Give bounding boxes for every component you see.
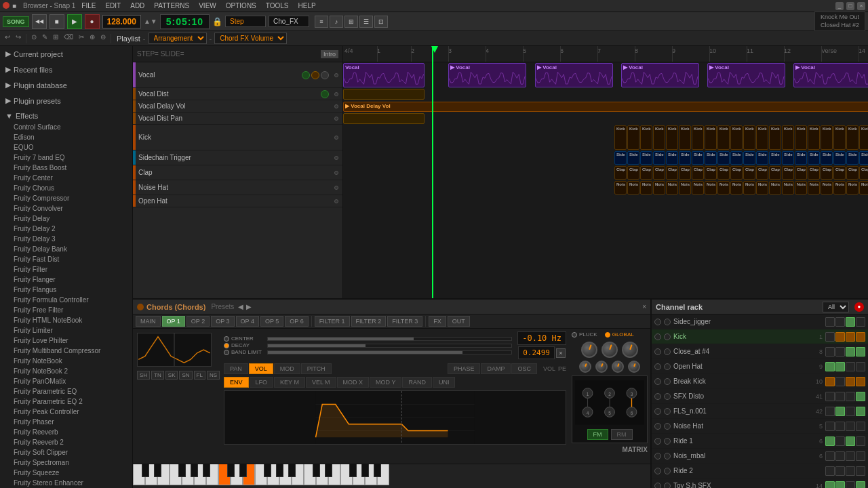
undo-button[interactable]: ↩: [3, 33, 12, 45]
arrangement-block[interactable]: Side: [692, 151, 704, 165]
channel-pad[interactable]: [846, 332, 855, 342]
synth-close-btn[interactable]: ×: [642, 303, 646, 310]
track-row-vocal-dist[interactable]: Vocal Dist: [133, 88, 342, 100]
track-row-vocal[interactable]: Vocal: [133, 62, 342, 88]
channel-pad[interactable]: [846, 407, 855, 416]
tab-fx[interactable]: FX: [429, 316, 446, 327]
menu-edit[interactable]: EDIT: [103, 1, 123, 10]
arrangement-block[interactable]: Clap: [859, 166, 868, 180]
channel-pad[interactable]: [835, 317, 845, 327]
menu-options[interactable]: OPTIONS: [224, 1, 258, 10]
channel-pad[interactable]: [856, 377, 865, 386]
knob2[interactable]: [601, 342, 618, 358]
arrangement-block[interactable]: Side: [846, 151, 859, 165]
channel-mute-btn[interactable]: [654, 393, 661, 400]
sidebar-item-fruity-html-notebook[interactable]: Fruity HTML NoteBook: [0, 315, 132, 325]
draw-btn[interactable]: ✎: [40, 33, 50, 45]
piano-black-key[interactable]: [276, 464, 283, 477]
pan-tab[interactable]: PAN: [224, 363, 248, 374]
track-dot-icon[interactable]: [334, 92, 338, 96]
channel-pad[interactable]: [846, 392, 855, 401]
channel-pad[interactable]: [825, 332, 835, 342]
sidebar-item-fruity-parametric-eq[interactable]: Fruity Parametric EQ: [0, 386, 132, 396]
channel-solo-btn[interactable]: [664, 483, 671, 489]
sidebar-item-fruity-7-band-eq[interactable]: Fruity 7 band EQ: [0, 152, 132, 163]
channel-pad[interactable]: [856, 451, 865, 461]
center-radio-btn[interactable]: [224, 336, 229, 342]
channel-pad[interactable]: [835, 451, 845, 461]
channel-solo-btn[interactable]: [664, 453, 671, 460]
vol-tab[interactable]: VOL: [249, 363, 273, 374]
channel-row-6[interactable]: FLS_n.00142: [652, 404, 868, 419]
channel-row-0[interactable]: Sidec_jigger: [652, 314, 868, 329]
arrangement-block[interactable]: Side: [640, 151, 652, 165]
arrangement-block[interactable]: Clap: [808, 166, 820, 180]
track-mute-btn[interactable]: [302, 71, 310, 79]
song-mode-btn[interactable]: SONG: [3, 16, 29, 27]
fl-btn[interactable]: FL: [194, 371, 205, 380]
sidebar-item-fruity-reeverb-2[interactable]: Fruity Reeverb 2: [0, 437, 132, 447]
arrangement-block[interactable]: Clap: [833, 166, 846, 180]
modx-tab[interactable]: MOD X: [337, 377, 370, 388]
track-dot-icon[interactable]: [334, 186, 338, 190]
arrangement-block[interactable]: Kick: [614, 125, 627, 150]
sidebar-item-fruity-multiband-compressor[interactable]: Fruity Multiband Compressor: [0, 346, 132, 356]
menu-patterns[interactable]: PATTERNS: [152, 1, 191, 10]
tab-op3[interactable]: OP 3: [211, 316, 234, 327]
snap-btn[interactable]: ⊙: [29, 33, 39, 45]
track-row-vocal-dist-pan[interactable]: Vocal Dist Pan: [133, 113, 342, 125]
channel-pad[interactable]: [856, 466, 865, 476]
channel-pad[interactable]: [825, 436, 835, 446]
knob6[interactable]: [612, 361, 624, 373]
tab-filter2[interactable]: FILTER 2: [351, 316, 387, 327]
arrangement-block[interactable]: Clap: [653, 166, 665, 180]
tab-out[interactable]: OUT: [448, 316, 470, 327]
channel-pad[interactable]: [846, 347, 855, 357]
channel-pad[interactable]: [825, 407, 835, 416]
piano-icon[interactable]: ♪: [330, 16, 343, 28]
step-seq-icon[interactable]: ⊞: [344, 16, 358, 28]
channel-pad[interactable]: [835, 377, 845, 386]
sidebar-plugin-db[interactable]: ▶ Plugin database: [0, 79, 132, 92]
sidebar-item-fruity-formula-controller[interactable]: Fruity Formula Controller: [0, 295, 132, 305]
arrangement-block[interactable]: Clap: [782, 166, 794, 180]
arrangement-block[interactable]: Side: [821, 151, 833, 165]
arrangement-block[interactable]: Kick: [821, 125, 833, 150]
channel-pad[interactable]: [835, 332, 845, 342]
channel-mute-btn[interactable]: [654, 319, 661, 325]
channel-pad[interactable]: [856, 481, 865, 489]
menu-help[interactable]: HELP: [296, 1, 318, 10]
arrangement-block[interactable]: Side: [808, 151, 820, 165]
plugin-icon[interactable]: ⊡: [374, 16, 388, 28]
arrangement-block[interactable]: Clap: [821, 166, 833, 180]
piano-black-key[interactable]: [178, 464, 186, 477]
channel-row-1[interactable]: Kick1: [652, 329, 868, 344]
arrangement-block[interactable]: Clap: [756, 166, 768, 180]
arrangement-block[interactable]: ▶ Vocal Delay Vol: [343, 102, 868, 112]
arrangement-block[interactable]: Clap: [705, 166, 717, 180]
keym-tab[interactable]: KEY M: [274, 377, 305, 388]
sidebar-item-edison[interactable]: Edison: [0, 132, 132, 142]
channel-pad[interactable]: [825, 481, 835, 489]
sidebar-item-fruity-notebook-2[interactable]: Fruity NoteBook 2: [0, 366, 132, 376]
sidebar-item-fruity-delay[interactable]: Fruity Delay: [0, 214, 132, 224]
channel-pad[interactable]: [856, 317, 865, 327]
arrangement-block[interactable]: Side: [666, 151, 678, 165]
play-button[interactable]: ▶: [67, 14, 82, 29]
channel-pad[interactable]: [835, 407, 845, 416]
maximize-button[interactable]: □: [846, 2, 854, 10]
arrangement-block[interactable]: Nois: [692, 181, 704, 195]
global-radio[interactable]: [605, 332, 610, 338]
preset-prev-btn[interactable]: ◀: [238, 303, 243, 310]
arrangement-block[interactable]: Vocal: [343, 63, 425, 87]
channel-solo-btn[interactable]: [664, 438, 671, 445]
sidebar-item-fruity-center[interactable]: Fruity Center: [0, 173, 132, 183]
arrangement-block[interactable]: Side: [769, 151, 781, 165]
channel-mute-btn[interactable]: [654, 333, 661, 340]
cut-btn[interactable]: ✂: [77, 33, 86, 45]
piano-black-key[interactable]: [203, 464, 210, 477]
arrangement-block[interactable]: Side: [795, 151, 807, 165]
sidebar-item-fruity-bass-boost[interactable]: Fruity Bass Boost: [0, 163, 132, 173]
track-dot-icon[interactable]: [334, 73, 338, 77]
sidebar-item-fruity-squeeze[interactable]: Fruity Squeeze: [0, 468, 132, 478]
